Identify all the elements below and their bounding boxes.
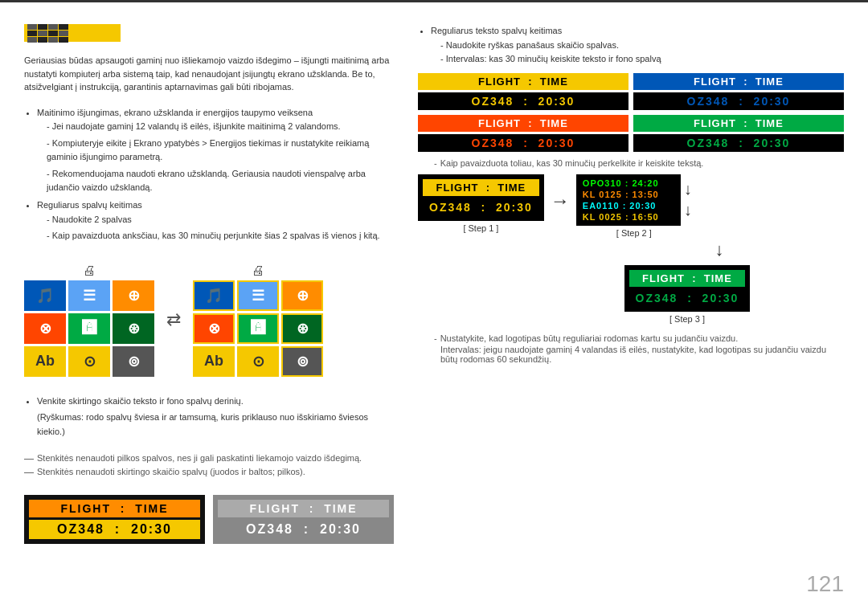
fd-b2-row2: OZ348 : 20:30 [218,520,389,539]
bottom-note-r1: Nustatykite, kad logotipas būtų reguliar… [440,333,739,343]
color-grid-2: 🎵 ☰ ⊕ ⊗ 🅰 ⊛ Ab ⊙ ⊚ [193,280,323,377]
step-arrow-1-to-2: → [551,190,570,212]
step2-row-3: EA0110 : 20:30 [583,200,674,211]
right-sub-1: Naudokite ryškas panašaus skaičio spalva… [440,39,844,53]
sub-bullet-1-2: Kompiuteryje eikite į Ekrano ypatybės > … [47,137,394,165]
flight-grid-4: FLIGHT : TIME OZ348 : 20:30 FLIGHT : TIM… [418,73,844,152]
sub-bullet-2-2: Kaip pavaizduota anksčiau, kas 30 minuči… [47,229,394,243]
flight-mini-3: FLIGHT : TIME OZ348 : 20:30 [418,115,628,152]
sub-bullet-1-1: Jei naudojate gaminį 12 valandų iš eilės… [47,120,394,134]
flight-display-bottom-2: FLIGHT : TIME OZ348 : 20:30 [213,495,394,544]
color-grid-1: 🎵 ☰ ⊕ ⊗ 🅰 ⊛ Ab ⊙ ⊚ [24,280,154,377]
bottom-note-paren: (Ryškumas: rodo spalvų šviesa ir ar tams… [24,411,394,439]
step-2-display: OPO310 : 24:20 KL 0125 : 13:50 EA0110 : … [576,174,681,226]
italic-notes: — Stenkitės nenaudoti pilkos spalvos, ne… [24,451,394,480]
bullet-1: Maitinimo išjungimas, ekrano užsklanda i… [37,106,394,196]
flight-mini-1: FLIGHT : TIME OZ348 : 20:30 [418,73,628,110]
right-sub-2: Intervalas: kas 30 minučių keiskite teks… [440,52,844,67]
flight-mini-2: FLIGHT : TIME OZ348 : 20:30 [633,73,844,110]
step2-row-4: KL 0025 : 16:50 [583,211,674,223]
step-2-label: [ Step 2 ] [616,228,652,238]
right-column: Reguliarus teksto spalvų keitimas Naudok… [418,24,844,544]
bottom-right-notes: -Nustatykite, kad logotipas būtų regulia… [418,333,844,364]
right-header: Reguliarus teksto spalvų keitimas [431,26,562,35]
bottom-note-r2: Intervalas: jeigu naudojate gaminį 4 val… [418,345,844,364]
right-top-bullet: Reguliarus teksto spalvų keitimas Naudok… [418,24,844,67]
left-bullets: Maitinimo išjungimas, ekrano užsklanda i… [24,106,394,246]
step-1-label: [ Step 1 ] [463,223,498,233]
swap-arrows: ⇄ [166,309,181,330]
step2-row-2: KL 0125 : 13:50 [583,189,674,200]
bottom-notes: Venkite skirtingo skaičio teksto ir fono… [24,394,394,439]
sub-bullet-2-1: Naudokite 2 spalvas [47,213,394,227]
step2-arrows: ↓ ↓ [684,180,692,219]
yellow-icon-bar [24,24,121,42]
step2-row-1: OPO310 : 24:20 [583,178,674,189]
step-3-display: FLIGHT : TIME OZ348 : 20:30 [624,265,751,312]
step-1-2-row: FLIGHT : TIME OZ348 : 20:30 [ Step 1 ] →… [418,174,844,238]
bottom-flight-displays: FLIGHT : TIME OZ348 : 20:30 FLIGHT : TIM… [24,495,394,544]
sub-bullet-1-3: Rekomenduojama naudoti ekrano užsklandą.… [47,167,394,195]
step-1-container: FLIGHT : TIME OZ348 : 20:30 [ Step 1 ] [418,174,544,233]
italic-note-2: Stenkitės nenaudoti skirtingo skaičio sp… [37,467,305,476]
fd-b2-row1: FLIGHT : TIME [218,500,389,517]
step-arrow-2-to-3: ↓ [595,239,844,260]
top-border [0,0,868,2]
flight-mini-4: FLIGHT : TIME OZ348 : 20:30 [633,115,844,152]
bullet-2: Reguliarus spalvų keitimas Naudokite 2 s… [37,198,394,243]
step-3-label: [ Step 3 ] [669,314,705,324]
step-2-container: OPO310 : 24:20 KL 0125 : 13:50 EA0110 : … [576,174,692,238]
page-number: 121 [806,571,844,597]
flight-display-bottom-1: FLIGHT : TIME OZ348 : 20:30 [24,495,205,544]
steps-area: FLIGHT : TIME OZ348 : 20:30 [ Step 1 ] →… [418,174,844,364]
italic-note-1: Stenkitės nenaudoti pilkos spalvos, nes … [37,453,362,463]
fd-b1-row2: OZ348 : 20:30 [29,520,200,539]
kaip-note: -Kaip pavaizduota toliau, kas 30 minučių… [418,158,844,168]
fd-b1-row1: FLIGHT : TIME [29,500,200,517]
bottom-note-1: Venkite skirtingo skaičio teksto ir fono… [37,394,394,409]
step-1-display: FLIGHT : TIME OZ348 : 20:30 [418,174,544,221]
intro-text: Geriausias būdas apsaugoti gaminį nuo iš… [24,54,394,94]
left-column: Geriausias būdas apsaugoti gaminį nuo iš… [24,24,394,544]
color-swap-demo: 🖨 🎵 ☰ ⊕ ⊗ 🅰 ⊛ Ab ⊙ ⊚ ⇄ 🖨 [24,264,394,377]
step-3-container: FLIGHT : TIME OZ348 : 20:30 [ Step 3 ] [530,265,844,324]
